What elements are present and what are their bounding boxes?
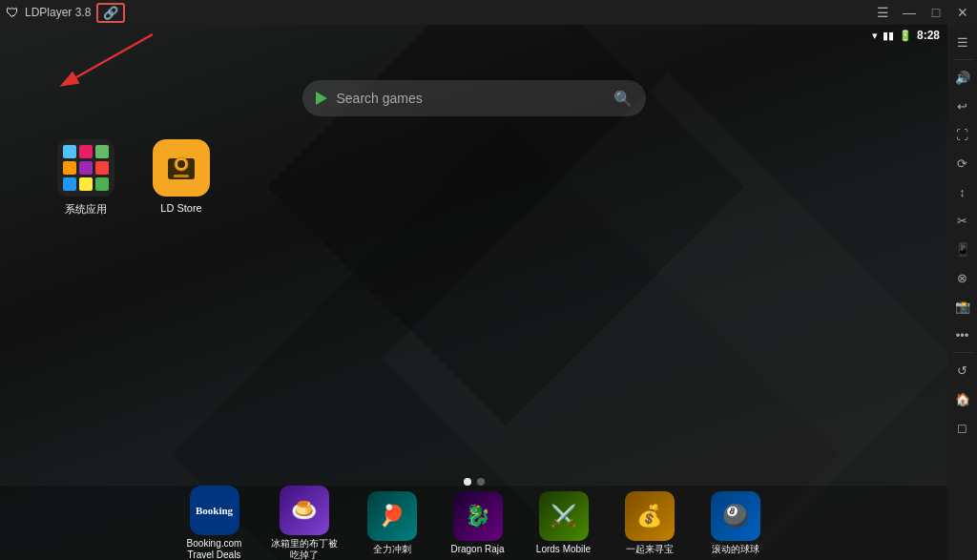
fridge-label: 冰箱里的布丁被吃掉了 — [269, 538, 340, 561]
sidebar-scale-btn[interactable]: ↕ — [949, 178, 976, 205]
play-store-icon — [316, 92, 327, 105]
maximize-button[interactable]: □ — [927, 5, 945, 20]
sidebar-sep-1 — [953, 59, 972, 60]
minimize-button[interactable]: — — [901, 5, 918, 20]
treasure-label: 一起来寻宝 — [626, 544, 674, 555]
ldstore-icon-image — [153, 139, 210, 197]
page-indicator — [464, 478, 485, 486]
shield-icon: 🛡 — [6, 5, 19, 20]
dragon-raja-label: Dragon Raja — [450, 544, 504, 555]
ball-label: 滚动的球球 — [712, 544, 759, 555]
titlebar-controls: ☰ — □ ✕ — [874, 5, 971, 20]
status-time: 8:28 — [917, 29, 940, 42]
close-button[interactable]: ✕ — [954, 5, 971, 20]
sidebar-close-btn[interactable]: ⊗ — [949, 264, 976, 291]
tray-item-booking[interactable]: Booking Booking.com Travel Deals — [179, 486, 250, 561]
sidebar-sep-2 — [953, 352, 972, 353]
page-dot-1 — [464, 478, 471, 486]
titlebar-left: 🛡 LDPlayer 3.8 🔗 — [6, 3, 125, 23]
ldstore-label: LD Store — [160, 202, 201, 214]
right-sidebar: ☰ 🔊 ↩ ⛶ ⟳ ↕ ✂ 📱 ⊗ 📸 ••• ↺ 🏠 ◻ — [947, 25, 977, 560]
sidebar-refresh-btn[interactable]: ⟳ — [949, 150, 976, 176]
menu-button[interactable]: ☰ — [874, 5, 891, 20]
tray-item-dragon-raja[interactable]: 🐉 Dragon Raja — [445, 491, 511, 555]
sidebar-menu-btn[interactable]: ☰ — [949, 29, 976, 55]
sidebar-device-btn[interactable]: 📱 — [949, 236, 976, 262]
dragon-raja-icon: 🐉 — [453, 491, 503, 541]
sidebar-volume-btn[interactable]: 🔊 — [949, 64, 976, 91]
booking-icon: Booking — [190, 486, 239, 535]
charge-label: 全力冲刺 — [373, 544, 411, 555]
search-placeholder: Search games — [337, 91, 604, 106]
treasure-icon: 💰 — [625, 491, 675, 541]
emulator-screen: ▾ ▮▮ 🔋 8:28 Search games 🔍 — [0, 25, 947, 560]
sidebar-more-btn[interactable]: ••• — [949, 321, 976, 348]
fridge-icon: 🍮 — [280, 486, 329, 535]
search-icon: 🔍 — [613, 90, 633, 108]
tray-item-charge[interactable]: 🏓 全力冲刺 — [359, 491, 426, 555]
sidebar-rotate-btn[interactable]: ↩ — [949, 93, 976, 119]
tray-item-treasure[interactable]: 💰 一起来寻宝 — [616, 491, 683, 555]
lords-mobile-label: Lords Mobile — [536, 544, 591, 555]
sidebar-home-btn[interactable]: 🏠 — [949, 385, 976, 412]
tray-item-fridge[interactable]: 🍮 冰箱里的布丁被吃掉了 — [269, 486, 340, 561]
sysapp-icon-image — [57, 139, 114, 197]
link-icon: 🔗 — [103, 6, 118, 20]
ldstore-desktop-icon[interactable]: LD Store — [153, 139, 210, 217]
signal-icon: ▮▮ — [883, 30, 894, 42]
lords-mobile-icon: ⚔️ — [539, 491, 589, 541]
titlebar: 🛡 LDPlayer 3.8 🔗 ☰ — □ ✕ — [0, 0, 977, 25]
sidebar-recent-btn[interactable]: ◻ — [949, 414, 976, 441]
ball-icon: 🎱 — [711, 491, 760, 541]
link-button[interactable]: 🔗 — [96, 3, 125, 23]
app-tray: Booking Booking.com Travel Deals 🍮 冰箱里的布… — [0, 486, 947, 560]
tray-item-ball[interactable]: 🎱 滚动的球球 — [702, 491, 769, 555]
battery-icon: 🔋 — [899, 30, 912, 42]
sidebar-back-btn[interactable]: ↺ — [949, 357, 976, 384]
sidebar-fullscreen-btn[interactable]: ⛶ — [949, 121, 976, 148]
sidebar-cut-btn[interactable]: ✂ — [949, 207, 976, 234]
app-title: LDPlayer 3.8 — [25, 6, 91, 19]
searchbar-container: Search games 🔍 — [302, 80, 646, 116]
searchbar[interactable]: Search games 🔍 — [302, 80, 646, 116]
sysapp-desktop-icon[interactable]: 系统应用 — [57, 139, 114, 217]
booking-label: Booking.com Travel Deals — [179, 538, 250, 561]
sidebar-screenshot-btn[interactable]: 📸 — [949, 293, 976, 320]
tray-item-lords-mobile[interactable]: ⚔️ Lords Mobile — [530, 491, 597, 555]
page-dot-2 — [477, 478, 485, 486]
charge-icon: 🏓 — [367, 491, 417, 541]
svg-rect-5 — [174, 175, 189, 177]
statusbar: ▾ ▮▮ 🔋 8:28 — [871, 25, 947, 46]
desktop-icons: 系统应用 LD Store — [57, 139, 210, 217]
sysapp-label: 系统应用 — [65, 202, 107, 217]
wifi-icon: ▾ — [872, 30, 878, 42]
svg-point-4 — [177, 160, 185, 168]
